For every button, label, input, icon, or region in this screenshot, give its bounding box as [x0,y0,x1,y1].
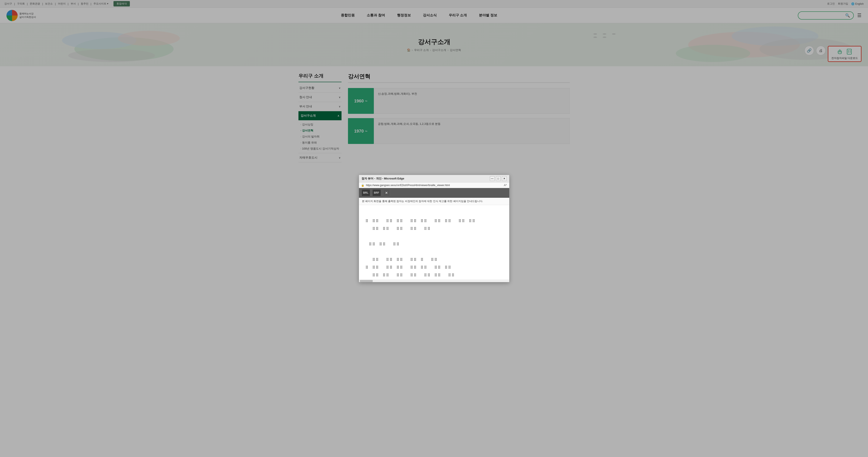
popup-overlay[interactable]: 점자 뷰어 - 개인 - Microsoft Edge — □ ✕ 🔒 Aᴬ B… [0,0,868,169]
